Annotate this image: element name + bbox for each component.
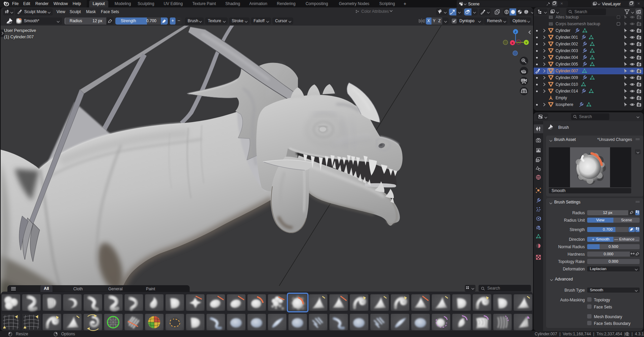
svg-text:Z: Z [515,30,517,34]
svg-text:Y: Y [525,41,528,44]
svg-text:X: X [512,41,514,45]
